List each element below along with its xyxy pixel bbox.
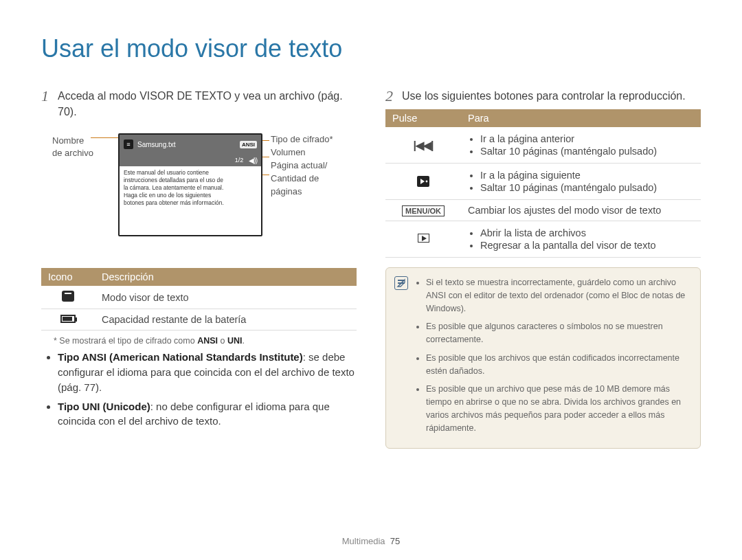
table-row: Capacidad restante de la batería [41, 309, 357, 331]
list-item: Tipo ANSI (American National Standards I… [58, 350, 357, 394]
desc-cell: Capacidad restante de la batería [95, 309, 357, 331]
text-viewer-mode-icon [62, 291, 74, 302]
key-cell [385, 164, 461, 200]
action-item: Saltar 10 páginas (manténgalo pulsado) [480, 182, 694, 193]
page-footer: Multimedia 75 [0, 536, 742, 546]
footnote-text: . [242, 336, 244, 346]
note-item: Es posible que algunos caracteres o símb… [426, 320, 690, 346]
table-row: Abrir la lista de archivos Regresar a la… [385, 221, 701, 258]
list-item: Tipo UNI (Unicode): no debe configurar e… [58, 399, 357, 429]
callout-line [262, 157, 269, 157]
action-item: Ir a la página siguiente [480, 170, 694, 181]
page-position: 1/2 [235, 157, 244, 164]
controls-header-for: Para [461, 109, 701, 127]
step-2: 2 Use los siguientes botones para contro… [385, 88, 701, 104]
icon-cell [41, 309, 95, 331]
action-item: Ir a la página anterior [480, 133, 694, 144]
next-key-icon [416, 175, 430, 188]
table-row: |◀◀| Ir a la página anterior Saltar 10 p… [385, 127, 701, 164]
action-item: Regresar a la pantalla del visor de text… [480, 240, 694, 251]
device-titlebar: ≡ Samsung.txt ANSI [120, 135, 261, 154]
note-item: Es posible que un archivo que pese más d… [426, 383, 690, 434]
two-column-layout: 1 Acceda al modo VISOR DE TEXTO y vea un… [41, 88, 701, 449]
device-mockup: ≡ Samsung.txt ANSI 1/2 ◀)) Este manual d… [118, 133, 262, 236]
page-title: Usar el modo visor de texto [41, 34, 701, 63]
left-column: 1 Acceda al modo VISOR DE TEXTO y vea un… [41, 88, 357, 449]
note-item: Si el texto se muestra incorrectamente, … [426, 276, 690, 315]
step-1-text: Acceda al modo VISOR DE TEXTO y vea un a… [58, 88, 357, 120]
bullet-lead: Tipo UNI (Unicode) [58, 401, 150, 412]
action-cell: Ir a la página siguiente Saltar 10 págin… [461, 164, 701, 200]
note-icon [394, 276, 408, 290]
footnote-text: o [218, 336, 227, 346]
icon-table-header-desc: Descripción [95, 268, 357, 286]
encoding-bullets: Tipo ANSI (American National Standards I… [45, 350, 357, 429]
volume-icon: ◀)) [249, 157, 257, 164]
device-statusbar: 1/2 ◀)) [120, 154, 261, 166]
svg-point-1 [426, 181, 428, 183]
bullet-lead: Tipo ANSI (American National Standards I… [58, 351, 303, 363]
device-body-text: Este manual del usuario contiene instruc… [120, 166, 261, 210]
action-item: Abrir la lista de archivos [480, 227, 694, 238]
callout-encoding: Tipo de cifrado* [271, 133, 333, 146]
controls-header-press: Pulse [385, 109, 461, 127]
encoding-footnote: * Se mostrará el tipo de cifrado como AN… [54, 336, 354, 346]
action-cell: Cambiar los ajustes del modo visor de te… [461, 200, 701, 221]
key-cell: MENU/OK [385, 200, 461, 221]
callout-line [91, 137, 118, 138]
play-key-icon [418, 234, 429, 243]
manual-page: Usar el modo visor de texto 1 Acceda al … [0, 0, 742, 560]
action-cell: Abrir la lista de archivos Regresar a la… [461, 221, 701, 258]
footer-page-number: 75 [390, 536, 400, 546]
icon-cell [41, 286, 95, 309]
previous-key-icon: |◀◀| [414, 139, 434, 151]
ansi-badge: ANSI [240, 141, 257, 148]
ansi-label: ANSI [197, 336, 218, 346]
note-box: Si el texto se muestra incorrectamente, … [385, 267, 701, 449]
right-column: 2 Use los siguientes botones para contro… [385, 88, 701, 449]
callout-labels: Tipo de cifrado* Volumen Página actual/ … [271, 133, 333, 198]
desc-cell: Modo visor de texto [95, 286, 357, 309]
step-2-text: Use los siguientes botones para controla… [402, 88, 701, 104]
key-cell [385, 221, 461, 258]
icon-table-header-icon: Icono [41, 268, 95, 286]
uni-label: UNI [227, 336, 243, 346]
callout-volume: Volumen [271, 146, 333, 159]
callout-line [262, 175, 269, 175]
table-row: MENU/OK Cambiar los ajustes del modo vis… [385, 200, 701, 221]
step-2-number: 2 [385, 88, 402, 104]
device-diagram: Nombre de archivo ≡ Samsung.txt ANSI 1/2… [52, 128, 357, 258]
key-cell: |◀◀| [385, 127, 461, 164]
icon-table: Icono Descripción Modo visor de texto Ca… [41, 268, 357, 331]
battery-icon [60, 315, 76, 323]
step-1-number: 1 [41, 88, 58, 120]
step-1: 1 Acceda al modo VISOR DE TEXTO y vea un… [41, 88, 357, 120]
note-list: Si el texto se muestra incorrectamente, … [416, 276, 690, 434]
action-item: Saltar 10 páginas (manténgalo pulsado) [480, 146, 694, 157]
device-filename: Samsung.txt [137, 141, 236, 148]
menu-ok-key-icon: MENU/OK [402, 205, 445, 216]
text-viewer-mode-icon: ≡ [124, 139, 133, 149]
callout-line [262, 140, 269, 141]
filename-callout-label: Nombre de archivo [52, 135, 93, 159]
table-row: Modo visor de texto [41, 286, 357, 309]
note-item: Es posible que los archivos que están co… [426, 352, 690, 378]
action-cell: Ir a la página anterior Saltar 10 página… [461, 127, 701, 164]
callout-page: Página actual/ Cantidad de páginas [271, 159, 333, 199]
controls-table: Pulse Para |◀◀| Ir a la página anterior … [385, 109, 701, 258]
footer-section: Multimedia [342, 536, 385, 546]
table-row: Ir a la página siguiente Saltar 10 págin… [385, 164, 701, 200]
footnote-text: * Se mostrará el tipo de cifrado como [54, 336, 197, 346]
